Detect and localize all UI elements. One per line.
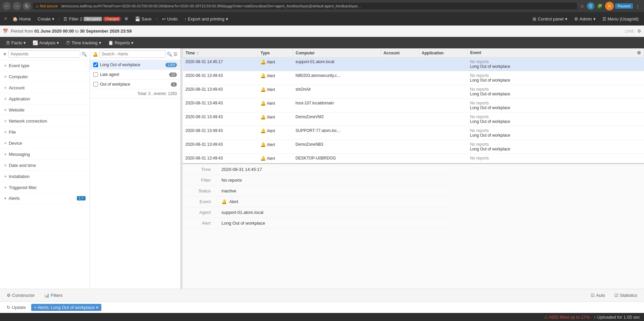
undo-icon: ↩: [162, 16, 166, 21]
cell-application: [419, 112, 467, 126]
menu-button[interactable]: ☰ Menu (Usagold): [600, 15, 642, 23]
alert-item-long-out[interactable]: Long Out of workplace 1269: [90, 60, 180, 70]
more-button[interactable]: ⋮: [634, 3, 641, 9]
bottom-bar: ⚙ Constructor 📊 Filters ☑ Auto ☑ Statist…: [0, 289, 644, 302]
sidebar-item-label: File: [9, 130, 86, 135]
plus-icon: +: [4, 85, 7, 90]
sidebar-item-application[interactable]: + Application: [0, 93, 90, 104]
sidebar-item-device[interactable]: + Device: [0, 138, 90, 149]
cell-time: 2020-08-31 13:49:43: [183, 99, 258, 112]
col-account[interactable]: Account: [381, 49, 419, 57]
close-button[interactable]: ×: [3, 16, 8, 22]
not-saved-badge: Not saved: [84, 17, 102, 21]
settings-gear-icon[interactable]: ⚙: [637, 29, 641, 34]
update-button[interactable]: ↻ Update: [4, 304, 29, 311]
header-divider: |: [58, 16, 59, 21]
sidebar: ▼ 🔍 + Event type + Computer + Account + …: [0, 48, 90, 289]
tab-facts[interactable]: ☰ Facts ▾: [3, 38, 29, 47]
cell-application: [419, 71, 467, 85]
cell-account: [381, 71, 419, 85]
back-button[interactable]: ←: [3, 2, 11, 10]
cell-event: No reports Long Out of workplace: [467, 57, 644, 71]
sidebar-item-date-and-time[interactable]: + Date and time: [0, 160, 90, 171]
sidebar-item-triggered-filter[interactable]: + Triggered filter: [0, 182, 90, 193]
main-content: ▼ 🔍 + Event type + Computer + Account + …: [0, 48, 644, 289]
sidebar-item-account[interactable]: + Account: [0, 82, 90, 93]
alert-item-late-agent[interactable]: Late agent 13: [90, 70, 180, 80]
sidebar-item-website[interactable]: + Website: [0, 104, 90, 116]
table-row[interactable]: 2020-08-31 13:49:43 🔔Alert DESKTOP-U0BRD…: [183, 154, 644, 163]
alerts-search-input[interactable]: [99, 50, 165, 58]
forward-button[interactable]: →: [13, 2, 21, 10]
constructor-icon: ⚙: [7, 293, 11, 298]
col-type[interactable]: Type: [258, 49, 293, 57]
control-panel-button[interactable]: ⊞ Control panel ▾: [530, 15, 570, 23]
reload-button[interactable]: ↻: [23, 2, 31, 10]
tab-time-tracking[interactable]: ⏱ Time tracking ▾: [62, 38, 105, 47]
sidebar-item-label: Alerts: [9, 196, 75, 201]
alert-checkbox-out-of-workplace[interactable]: [93, 82, 98, 87]
table-row[interactable]: 2020-08-31 13:49:43 🔔Alert DemoZoneNB3 N…: [183, 140, 644, 154]
cell-time: 2020-08-31 14:45:17: [183, 57, 258, 71]
export-button[interactable]: ↑ Export and printing ▾: [182, 15, 231, 23]
detail-filter-value: No reports: [216, 175, 451, 186]
table-row[interactable]: 2020-08-31 13:49:43 🔔Alert stsOnAir No r…: [183, 85, 644, 99]
user-avatar: A: [605, 2, 614, 10]
alert-checkbox-long-out[interactable]: [93, 62, 98, 67]
save-button[interactable]: 💾 Save: [132, 15, 154, 23]
s-icon-button[interactable]: S: [587, 2, 594, 10]
sidebar-item-file[interactable]: + File: [0, 127, 90, 138]
sidebar-item-messaging[interactable]: + Messaging: [0, 149, 90, 160]
home-button[interactable]: 🏠 Home: [10, 15, 34, 23]
plus-icon: +: [4, 185, 7, 190]
remove-filter-button[interactable]: ×: [96, 305, 99, 310]
col-time[interactable]: Time ↕: [183, 49, 258, 57]
alerts-search-button[interactable]: 🔍: [167, 52, 172, 57]
keywords-input[interactable]: [8, 50, 80, 58]
keyword-search-button[interactable]: 🔍: [82, 52, 87, 57]
warning-icon: ⚠: [544, 315, 548, 320]
create-button[interactable]: Create ▾: [35, 15, 57, 23]
lock-icon: ⚠: [36, 4, 39, 8]
address-url: demozona.staffcop.su/#!/?timeFrom=2020-0…: [61, 4, 363, 8]
undo-button[interactable]: ↩ Undo: [159, 15, 180, 23]
auto-button[interactable]: ☑ Auto: [588, 291, 608, 299]
sidebar-item-label: Triggered filter: [9, 185, 86, 190]
constructor-button[interactable]: ⚙ Constructor: [4, 291, 37, 299]
sidebar-item-network-connection[interactable]: + Network connection: [0, 116, 90, 127]
filters-button[interactable]: 📊 Filters: [41, 291, 65, 299]
browser-actions: ☆ S 🧩 A Paused ⋮: [579, 2, 641, 10]
alert-checkbox-late-agent[interactable]: [93, 72, 98, 77]
cell-event: No reports Long Out of workplace: [467, 126, 644, 140]
col-application[interactable]: Application: [419, 49, 467, 57]
cell-type: 🔔Alert: [258, 85, 293, 99]
table-row[interactable]: 2020-08-31 14:45:17 🔔Alert support-01.at…: [183, 57, 644, 71]
sidebar-item-event-type[interactable]: + Event type: [0, 60, 90, 71]
table-row[interactable]: 2020-08-31 13:49:43 🔔Alert DemoZoneVM2 N…: [183, 112, 644, 126]
statistics-button[interactable]: ☑ Statistics: [612, 291, 640, 299]
table-row[interactable]: 2020-08-31 13:49:43 🔔Alert NB0203.atomse…: [183, 71, 644, 85]
extension-button[interactable]: 🧩: [596, 3, 604, 9]
sidebar-item-installation[interactable]: + Installation: [0, 171, 90, 182]
bookmark-star-button[interactable]: ☆: [579, 3, 586, 9]
cell-type: 🔔Alert: [258, 112, 293, 126]
table-row[interactable]: 2020-08-31 13:49:43 🔔Alert host-107.loca…: [183, 99, 644, 112]
tab-reports[interactable]: 📋 Reports ▾: [105, 38, 137, 47]
sidebar-item-alerts[interactable]: + Alerts 1 ×: [0, 193, 90, 204]
col-computer[interactable]: Computer: [293, 49, 381, 57]
sidebar-item-computer[interactable]: + Computer: [0, 71, 90, 82]
table-settings-icon[interactable]: ⚙: [637, 50, 641, 55]
table-row[interactable]: 2020-08-31 13:49:43 🔔Alert SUPPORT-77.at…: [183, 126, 644, 140]
gear-button[interactable]: ⚙: [122, 15, 131, 22]
col-event[interactable]: Event ⚙: [467, 49, 644, 57]
address-bar[interactable]: ⚠ Not secure demozona.staffcop.su/#!/?ti…: [33, 3, 577, 9]
alerts-options-button[interactable]: ☰: [174, 52, 178, 57]
tab-analysis[interactable]: 📈 Analysis ▾: [29, 38, 62, 47]
admin-button[interactable]: ⚙ Admin ▾: [572, 15, 598, 23]
facts-chevron-icon: ▾: [23, 40, 26, 45]
data-table: Time ↕ Type Computer Account Application…: [183, 48, 644, 163]
detail-event-label: Event: [183, 196, 216, 207]
alert-name: Out of workplace: [100, 82, 169, 87]
alert-item-out-of-workplace[interactable]: Out of workplace 1: [90, 80, 180, 89]
cell-account: [381, 85, 419, 99]
